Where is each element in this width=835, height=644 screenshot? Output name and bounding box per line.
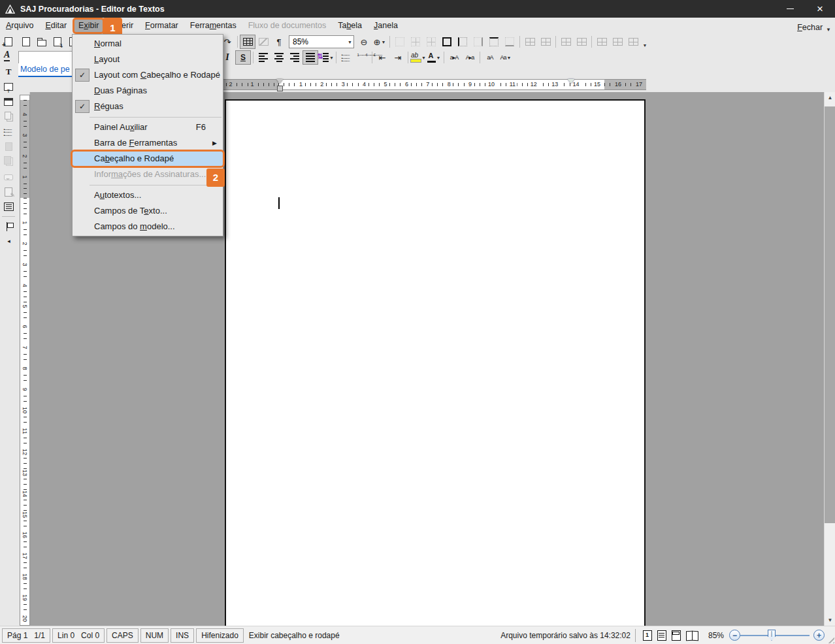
border-all-icon[interactable] xyxy=(408,35,423,49)
menu-item-barra-de-ferramentas[interactable]: Barra de Ferramentas▶ xyxy=(73,135,223,151)
increase-indent-icon[interactable]: ⇥ xyxy=(390,50,406,65)
chevron-down-icon[interactable]: ▼ xyxy=(381,40,385,44)
left-indent-marker[interactable] xyxy=(277,86,283,91)
menubar-item-exibir[interactable]: Exibir1 xyxy=(73,18,105,34)
scroll-down-icon[interactable]: ▼ xyxy=(825,615,835,626)
cell-shading-icon[interactable] xyxy=(625,35,641,49)
minimize-button[interactable] xyxy=(775,0,805,18)
menubar-item-formatar[interactable]: Formatar xyxy=(139,18,184,34)
zoom-combo[interactable]: 85%▼ xyxy=(289,35,354,48)
zoom-slider-track[interactable] xyxy=(740,635,768,636)
status-caps-toggle[interactable]: CAPS xyxy=(106,628,139,643)
menubar-item-ferramentas[interactable]: Ferramentas xyxy=(184,18,242,34)
add-document-icon[interactable] xyxy=(1,34,16,49)
lowercase-icon[interactable]: Aa▼ xyxy=(498,50,514,65)
distribute-rows-icon[interactable] xyxy=(594,35,610,49)
border-bottom-icon[interactable] xyxy=(502,35,517,49)
menubar-item-arquivo[interactable]: Arquivo xyxy=(0,18,39,34)
zoom-in-icon[interactable]: + xyxy=(813,630,825,641)
align-left-icon[interactable] xyxy=(255,50,271,65)
zoom-out-icon[interactable]: ⊖ xyxy=(356,35,372,49)
uppercase-icon[interactable]: aA xyxy=(482,50,498,65)
bullet-list-icon[interactable] xyxy=(338,50,354,65)
decrease-font-icon[interactable]: A▸a xyxy=(462,50,478,65)
menu-item-autotextos[interactable]: Autotextos... xyxy=(73,187,223,203)
menu-item-normal[interactable]: Normal xyxy=(73,36,223,52)
book-view-icon[interactable] xyxy=(686,630,699,641)
increase-font-icon[interactable]: a▸A xyxy=(446,50,462,65)
open-document-icon[interactable] xyxy=(34,35,50,49)
print-layout-icon[interactable] xyxy=(1,199,16,214)
vertical-scrollbar[interactable]: ▲ ▼ xyxy=(824,92,835,626)
align-center-icon[interactable] xyxy=(271,50,287,65)
font-color-icon[interactable]: ▼ xyxy=(426,50,442,65)
insert-table-icon[interactable] xyxy=(240,35,255,49)
delete-cells-icon[interactable] xyxy=(610,35,625,49)
menu-item-cabecalho-e-rodape[interactable]: Cabeçalho e Rodapé2 xyxy=(71,150,225,168)
menu-item-layout-com-cabecalho-e-rodape[interactable]: ✓Layout com Cabeçalho e Rodapé xyxy=(73,67,223,83)
highlight-color-icon[interactable]: ▼ xyxy=(410,50,426,65)
chevron-down-icon[interactable]: ▼ xyxy=(329,56,334,60)
copy-pages-icon[interactable] xyxy=(1,109,16,124)
edit-document-icon[interactable] xyxy=(1,184,16,199)
border-outer-icon[interactable] xyxy=(439,35,455,49)
import-document-icon[interactable] xyxy=(50,35,65,49)
insert-window-icon[interactable] xyxy=(1,94,16,109)
border-top-icon[interactable] xyxy=(486,35,502,49)
insert-row-icon[interactable] xyxy=(558,35,574,49)
text-frame-icon[interactable] xyxy=(1,79,16,94)
chevron-down-icon[interactable]: ▼ xyxy=(421,56,426,60)
formatting-marks-icon[interactable]: ¶ xyxy=(271,35,287,49)
more-options-icon[interactable]: ▼ xyxy=(641,43,649,50)
collapse-panel-icon[interactable]: ◂ xyxy=(1,234,16,249)
document-page[interactable] xyxy=(225,99,646,626)
blank-sheet-icon[interactable] xyxy=(1,139,16,154)
chevron-down-icon[interactable]: ▼ xyxy=(507,56,512,60)
status-hyphen-toggle[interactable]: Hifenizado xyxy=(196,628,244,643)
zoom-out-icon[interactable]: − xyxy=(729,630,740,641)
zoom-slider-thumb[interactable]: | xyxy=(768,630,776,641)
comment-icon[interactable] xyxy=(1,169,16,184)
align-justify-icon[interactable] xyxy=(303,50,318,65)
sheets-icon[interactable] xyxy=(1,154,16,169)
zoom-slider-track[interactable] xyxy=(776,635,810,636)
merge-cells-icon[interactable] xyxy=(522,35,538,49)
blank-page-icon[interactable] xyxy=(18,35,34,49)
insert-image-icon[interactable] xyxy=(255,35,271,49)
menubar-item-janela[interactable]: Janela xyxy=(368,18,404,34)
menu-item-layout[interactable]: Layout xyxy=(73,52,223,67)
scroll-up-icon[interactable]: ▲ xyxy=(825,92,835,103)
normal-view-icon[interactable] xyxy=(657,630,666,641)
scrollbar-thumb[interactable] xyxy=(825,106,835,523)
template-combo[interactable]: Modelo de pe xyxy=(18,63,74,77)
border-right-icon[interactable] xyxy=(470,35,486,49)
insert-text-icon[interactable]: T xyxy=(1,64,16,79)
menu-item-campos-de-texto[interactable]: Campos de Texto... xyxy=(73,203,223,219)
single-page-view-icon[interactable] xyxy=(643,630,652,641)
chevron-down-icon[interactable]: ▼ xyxy=(348,36,352,48)
right-indent-marker[interactable] xyxy=(568,79,574,87)
menubar-item-editar[interactable]: Editar xyxy=(39,18,73,34)
status-num-toggle[interactable]: NUM xyxy=(140,628,169,643)
border-none-icon[interactable] xyxy=(392,35,408,49)
insert-column-icon[interactable] xyxy=(574,35,589,49)
menu-item-campos-do-modelo[interactable]: Campos do modelo... xyxy=(73,219,223,234)
numbered-list-icon[interactable] xyxy=(354,50,370,65)
header-footer-view-icon[interactable] xyxy=(672,630,681,641)
underline-icon[interactable]: S xyxy=(235,50,251,65)
flag-icon[interactable] xyxy=(1,219,16,234)
border-left-icon[interactable] xyxy=(455,35,470,49)
status-ins-toggle[interactable]: INS xyxy=(171,628,194,643)
chevron-down-icon[interactable]: ▼ xyxy=(436,56,441,60)
menu-item-painel-auxiliar[interactable]: Painel AuxiliarF6 xyxy=(73,120,223,135)
menu-item-reguas[interactable]: ✓Réguas xyxy=(73,99,223,114)
font-style-icon[interactable] xyxy=(1,49,16,64)
menu-item-duas-paginas[interactable]: Duas Páginas xyxy=(73,83,223,99)
close-button[interactable]: × xyxy=(805,0,835,18)
split-cells-icon[interactable] xyxy=(538,35,553,49)
menubar-item-tabela[interactable]: Tabela xyxy=(332,18,368,34)
decrease-indent-icon[interactable]: ⇤ xyxy=(374,50,390,65)
border-inner-icon[interactable] xyxy=(423,35,439,49)
zoom-in-icon[interactable]: ⊕▼ xyxy=(372,35,387,49)
document-list-icon[interactable] xyxy=(1,124,16,139)
